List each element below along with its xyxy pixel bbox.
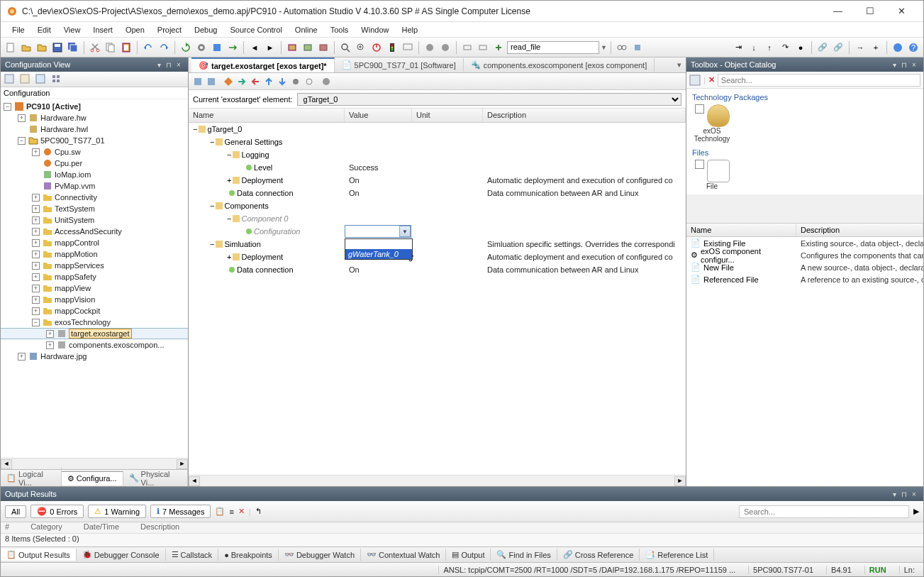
stab-output[interactable]: 📋Output Results xyxy=(1,549,77,561)
box3-icon[interactable] xyxy=(316,40,330,55)
configuration-dropdown[interactable]: ▼ gWaterTank_0 xyxy=(345,225,411,238)
doc-gear-icon[interactable] xyxy=(321,77,331,87)
tab-target[interactable]: 🎯target.exostarget [exos target]* xyxy=(191,57,335,72)
stab-cwatch[interactable]: 👓Contextual Watch xyxy=(361,549,446,561)
tab-menu-icon[interactable]: ▾ xyxy=(673,60,686,70)
tab-physical[interactable]: 🔧Physical Vi... xyxy=(123,468,188,489)
doc-tool2-icon[interactable] xyxy=(206,77,216,87)
checkbox[interactable] xyxy=(695,160,704,169)
tree-item[interactable]: mappCockpit xyxy=(55,307,100,315)
search-icon[interactable] xyxy=(338,40,352,55)
glasses-icon[interactable] xyxy=(615,40,629,55)
help-icon[interactable]: ? xyxy=(906,40,920,55)
power-icon[interactable] xyxy=(369,40,384,55)
doc-diamond-icon[interactable] xyxy=(223,77,233,87)
zoom-icon[interactable] xyxy=(354,40,368,55)
tree-item[interactable]: mappSafety xyxy=(55,273,96,281)
view4-icon[interactable] xyxy=(50,73,63,86)
nav-back-icon[interactable]: ◄ xyxy=(247,40,262,55)
chevron-down-icon[interactable]: ▼ xyxy=(399,226,411,237)
tree-item[interactable]: Connectivity xyxy=(55,193,97,202)
dropdown-list[interactable]: gWaterTank_0 xyxy=(345,238,413,260)
redo-icon[interactable] xyxy=(157,40,171,55)
filter-all[interactable]: All xyxy=(5,505,26,518)
doc-down-icon[interactable] xyxy=(277,77,287,87)
folder-icon[interactable] xyxy=(35,40,49,55)
dropdown-option[interactable]: gWaterTank_0 xyxy=(345,249,412,259)
function-combo[interactable]: read_file xyxy=(507,41,599,54)
menu-edit[interactable]: Edit xyxy=(32,24,57,35)
menu-view[interactable]: View xyxy=(58,24,87,35)
break-icon[interactable]: ● xyxy=(794,40,808,55)
monitor-icon[interactable] xyxy=(401,40,415,55)
close-icon[interactable]: × xyxy=(909,61,919,69)
stab-breakpoints[interactable]: ●Breakpoints xyxy=(218,549,279,561)
plus2-icon[interactable]: + xyxy=(869,40,883,55)
tree-item[interactable]: exosTechnology xyxy=(55,318,111,326)
cut-icon[interactable] xyxy=(88,40,102,55)
step-over-icon[interactable]: ↷ xyxy=(778,40,792,55)
box2-icon[interactable] xyxy=(301,40,315,55)
step-icon[interactable]: ⇥ xyxy=(731,40,745,55)
fl-col-name[interactable]: Name xyxy=(686,224,796,236)
nav-fwd-icon[interactable]: ► xyxy=(263,40,277,55)
tab-software[interactable]: 📄5PC900_TS77_01 [Software] xyxy=(335,58,464,72)
stab-find[interactable]: 🔍Find in Files xyxy=(491,549,557,561)
filter-errors[interactable]: ⛔0 Errors xyxy=(30,505,84,518)
globe-icon[interactable] xyxy=(891,40,905,55)
doc-up-icon[interactable] xyxy=(264,77,274,87)
fl-col-desc[interactable]: Description xyxy=(796,224,923,236)
save-icon[interactable] xyxy=(50,40,65,55)
tree-item[interactable]: mappView xyxy=(55,284,91,292)
tree-item[interactable]: mappMotion xyxy=(55,250,98,258)
tree-item[interactable]: AccessAndSecurity xyxy=(55,227,122,236)
plus-icon[interactable] xyxy=(491,40,506,55)
toolbox-search-input[interactable] xyxy=(718,74,920,87)
menu-project[interactable]: Project xyxy=(152,24,187,35)
open-icon[interactable] xyxy=(19,40,33,55)
out-tool3-icon[interactable]: ↰ xyxy=(255,507,262,516)
menu-insert[interactable]: Insert xyxy=(87,24,118,35)
tree-item[interactable]: PvMap.vvm xyxy=(55,182,95,190)
tree-item[interactable]: 5PC900_TS77_01 xyxy=(40,136,105,145)
filter-warnings[interactable]: ⚠1 Warning xyxy=(88,505,146,518)
col-name[interactable]: Name xyxy=(189,109,345,122)
file-row[interactable]: 📄Referenced FileA reference to an existi… xyxy=(686,273,923,285)
view2-icon[interactable] xyxy=(19,73,32,86)
file-row[interactable]: 📄New FileA new source-, data object-, de… xyxy=(686,261,923,273)
grid-body[interactable]: −gTarget_0 −General Settings −Logging Le… xyxy=(189,123,686,475)
output-search-input[interactable] xyxy=(739,505,909,518)
build-icon[interactable] xyxy=(210,40,224,55)
transfer-icon[interactable] xyxy=(226,40,240,55)
menu-open[interactable]: Open xyxy=(120,24,150,35)
menu-help[interactable]: Help xyxy=(396,24,423,35)
menu-online[interactable]: Online xyxy=(289,24,323,35)
maximize-button[interactable]: ☐ xyxy=(854,1,886,21)
view1-icon[interactable] xyxy=(4,73,16,86)
menu-window[interactable]: Window xyxy=(355,24,394,35)
tab-configuration[interactable]: ⚙Configura... xyxy=(62,471,123,485)
doc-arrow-red-icon[interactable] xyxy=(250,77,260,87)
config-tree[interactable]: −PC910 [Active] +Hardware.hw Hardware.hw… xyxy=(1,99,188,458)
link2-icon[interactable]: 🔗 xyxy=(831,40,845,55)
step-out-icon[interactable]: ↑ xyxy=(762,40,777,55)
stab-callstack[interactable]: ☰Callstack xyxy=(166,549,219,561)
tree-item[interactable]: mappControl xyxy=(55,238,99,247)
doc-tool1-icon[interactable] xyxy=(193,77,203,87)
filter-messages[interactable]: ℹ7 Messages xyxy=(150,505,211,518)
tree-item[interactable]: IoMap.iom xyxy=(55,170,91,179)
pin-icon[interactable]: ▾ xyxy=(889,61,899,69)
link-icon[interactable]: 🔗 xyxy=(816,40,830,55)
arrow-icon[interactable]: → xyxy=(853,40,867,55)
expand-icon[interactable]: − xyxy=(4,103,11,111)
tree-item[interactable]: Hardware.jpg xyxy=(40,352,87,361)
box-icon[interactable] xyxy=(285,40,299,55)
close-icon[interactable]: × xyxy=(174,61,184,69)
pin2-icon[interactable]: ⊓ xyxy=(164,61,174,69)
col-unit[interactable]: Unit xyxy=(412,109,483,122)
col-value[interactable]: Value xyxy=(345,109,412,122)
catalog-icon[interactable] xyxy=(689,75,701,86)
stab-output2[interactable]: ▤Output xyxy=(446,549,491,561)
tree-item[interactable]: UnitSystem xyxy=(55,216,94,224)
pin-icon[interactable]: ▾ xyxy=(154,61,164,69)
